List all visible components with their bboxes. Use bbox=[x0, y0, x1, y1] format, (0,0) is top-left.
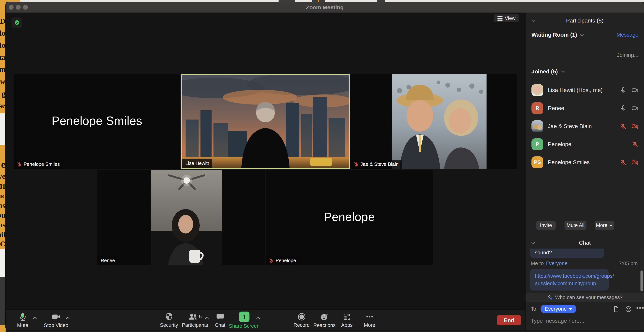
emoji-icon[interactable] bbox=[625, 306, 632, 312]
encryption-shield-button[interactable] bbox=[12, 18, 22, 28]
invite-button[interactable]: Invite bbox=[536, 221, 556, 230]
bg-text-fragment: o g bbox=[0, 89, 6, 98]
video-tile-penelope[interactable]: Penelope Penelope bbox=[266, 170, 433, 265]
camera-off-icon bbox=[631, 159, 638, 166]
bg-text-fragment: os bbox=[0, 220, 6, 229]
record-button[interactable]: Record bbox=[294, 310, 310, 330]
participant-row-jae-steve[interactable]: Jae & Steve Blain bbox=[526, 117, 644, 135]
reactions-smiley-icon bbox=[320, 312, 329, 321]
avatar bbox=[532, 84, 543, 96]
privacy-shield-icon bbox=[547, 294, 553, 300]
to-label: To: bbox=[531, 306, 538, 312]
mute-button[interactable]: Mute bbox=[17, 310, 28, 330]
video-tile-jae-steve[interactable]: Jae & Steve Blain bbox=[350, 74, 517, 169]
participants-button[interactable]: 5 Participants bbox=[182, 310, 208, 330]
bg-text-fragment: Ve bbox=[0, 172, 6, 181]
joining-status: Joining... bbox=[617, 52, 638, 58]
waiting-room-toggle[interactable]: Waiting Room (1) bbox=[532, 32, 584, 38]
desktop: g D olo -lo lta m w o g se e Ve MI uc as… bbox=[0, 0, 644, 332]
chat-link[interactable]: https://www.facebook.com/groups/ bbox=[535, 272, 604, 280]
more-button[interactable]: More bbox=[364, 310, 375, 330]
tile-name-label: Jae & Steve Blain bbox=[350, 160, 402, 169]
security-button[interactable]: Security bbox=[160, 310, 178, 330]
apps-button[interactable]: Apps bbox=[341, 310, 353, 330]
chat-button[interactable]: Chat bbox=[215, 310, 225, 330]
mic-icon bbox=[620, 105, 626, 112]
more-participants-button[interactable]: More bbox=[594, 221, 614, 230]
mute-options-chevron[interactable] bbox=[32, 316, 37, 320]
bg-text-fragment: olo bbox=[0, 29, 6, 38]
chat-more-options-icon[interactable]: ••• bbox=[636, 304, 644, 311]
participant-row-penelope[interactable]: P Penelope bbox=[526, 135, 644, 153]
chat-bubble-icon bbox=[216, 312, 224, 321]
chevron-down-icon bbox=[609, 223, 613, 227]
participants-options-chevron[interactable] bbox=[204, 316, 209, 320]
chat-title: Chat bbox=[526, 240, 644, 246]
chat-link[interactable]: aussiedivicommunitygroup bbox=[535, 280, 604, 287]
bg-text-fragment: w bbox=[0, 77, 6, 86]
reactions-button[interactable]: Reactions bbox=[313, 310, 336, 330]
video-stage: View Penelope Smiles Penelope Smiles bbox=[6, 13, 525, 330]
lisa-video-feed bbox=[182, 75, 349, 168]
chat-message-meta: Me to Everyone 7:05 pm bbox=[531, 260, 638, 266]
share-options-chevron[interactable] bbox=[256, 316, 260, 320]
chat-privacy-note[interactable]: Who can see your messages? bbox=[526, 293, 644, 302]
camera-icon bbox=[631, 105, 638, 112]
jae-steve-video-feed bbox=[392, 74, 486, 169]
muted-mic-icon bbox=[17, 162, 22, 167]
bg-text-fragment: ail bbox=[0, 230, 6, 239]
chat-message-input[interactable] bbox=[531, 318, 635, 324]
message-timestamp: 7:05 pm bbox=[619, 260, 638, 266]
tile-name-label: Penelope Smiles bbox=[14, 160, 63, 169]
caret-down-icon bbox=[569, 308, 572, 310]
video-options-chevron[interactable] bbox=[65, 316, 70, 320]
grid-view-icon bbox=[498, 16, 502, 21]
camera-off-icon bbox=[631, 123, 638, 130]
file-attach-icon[interactable] bbox=[613, 306, 620, 312]
background-webpage-strip: g D olo -lo lta m w o g se e Ve MI uc as… bbox=[0, 2, 6, 332]
participant-row-lisa[interactable]: Lisa Hewitt (Host, me) bbox=[526, 81, 644, 99]
muted-mic-icon bbox=[620, 159, 626, 166]
apps-icon bbox=[342, 312, 351, 321]
security-shield-icon bbox=[165, 312, 173, 321]
window-title: Zoom Meeting bbox=[6, 4, 644, 11]
end-meeting-button[interactable]: End bbox=[497, 315, 521, 325]
video-tile-penelope-smiles[interactable]: Penelope Smiles Penelope Smiles bbox=[14, 74, 180, 169]
tile-display-name: Penelope bbox=[266, 210, 433, 224]
view-button[interactable]: View bbox=[494, 14, 519, 22]
participant-row-renee[interactable]: R Renee bbox=[526, 99, 644, 117]
bg-text-fragment: -lo bbox=[0, 41, 6, 50]
video-tile-lisa-hewitt[interactable]: Lisa Hewitt bbox=[181, 74, 350, 169]
share-screen-button[interactable]: Share Screen bbox=[229, 310, 260, 330]
bg-text-fragment: e bbox=[1, 159, 6, 170]
tile-name-label: Penelope bbox=[266, 256, 299, 265]
participants-list: Lisa Hewitt (Host, me) R Renee bbox=[526, 81, 644, 171]
video-camera-icon bbox=[51, 312, 61, 321]
share-screen-icon bbox=[239, 311, 250, 322]
zoom-meeting-window: Zoom Meeting View Penelope Smiles bbox=[6, 2, 644, 330]
participants-panel: Participants (5) Waiting Room (1) Messag… bbox=[526, 13, 644, 237]
joined-group-toggle[interactable]: Joined (5) bbox=[532, 68, 566, 75]
waiting-room-message-link[interactable]: Message bbox=[616, 32, 638, 38]
stop-video-button[interactable]: Stop Video bbox=[44, 310, 68, 330]
video-tile-renee[interactable]: Renee bbox=[97, 170, 265, 265]
chat-scrollbar-thumb[interactable] bbox=[640, 270, 643, 291]
bg-text-fragment: lta bbox=[0, 53, 6, 62]
avatar bbox=[532, 120, 543, 132]
chat-composer: To: Everyone bbox=[526, 302, 644, 330]
participant-row-penelope-smiles[interactable]: PS Penelope Smiles bbox=[526, 153, 644, 171]
recipient-selector[interactable]: Everyone bbox=[540, 305, 576, 313]
mute-all-button[interactable]: Mute All bbox=[564, 221, 586, 230]
bg-text-fragment: uc bbox=[0, 191, 6, 200]
participants-title: Participants (5) bbox=[526, 18, 644, 24]
more-dots-icon bbox=[365, 312, 374, 321]
chat-messages: sound? Me to Everyone 7:05 pm https://ww… bbox=[526, 248, 644, 293]
bg-text-fragment: m bbox=[0, 65, 6, 74]
meeting-toolbar: Mute Stop Video bbox=[6, 309, 525, 330]
chat-message-bubble: sound? bbox=[530, 248, 604, 258]
window-titlebar: Zoom Meeting bbox=[6, 2, 644, 13]
recipient-link[interactable]: Everyone bbox=[546, 260, 568, 266]
bg-text-fragment: ou bbox=[0, 211, 6, 219]
participants-count-badge: 5 bbox=[199, 314, 202, 319]
avatar: PS bbox=[532, 156, 543, 168]
